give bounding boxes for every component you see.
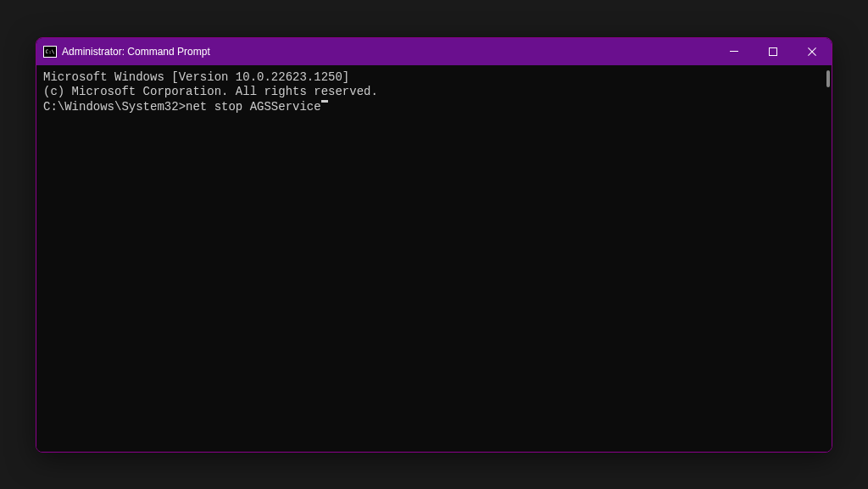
maximize-button[interactable] <box>754 38 793 65</box>
terminal-cursor <box>321 100 328 103</box>
terminal-prompt: C:\Windows\System32> <box>43 100 186 115</box>
terminal-command: net stop AGSService <box>186 100 321 115</box>
scrollbar-thumb[interactable] <box>826 70 830 87</box>
minimize-icon <box>730 51 738 52</box>
maximize-icon <box>769 47 777 56</box>
close-icon <box>807 47 817 57</box>
close-button[interactable] <box>793 38 832 65</box>
cmd-icon <box>43 46 57 58</box>
terminal-body[interactable]: Microsoft Windows [Version 10.0.22623.12… <box>36 65 832 452</box>
terminal-prompt-line: C:\Windows\System32>net stop AGSService <box>43 100 825 115</box>
command-prompt-window: Administrator: Command Prompt Microsoft … <box>36 37 832 453</box>
titlebar[interactable]: Administrator: Command Prompt <box>36 38 832 65</box>
window-controls <box>715 38 832 65</box>
titlebar-left: Administrator: Command Prompt <box>43 46 210 58</box>
window-title: Administrator: Command Prompt <box>62 46 210 58</box>
terminal-output-line: (c) Microsoft Corporation. All rights re… <box>43 85 825 100</box>
terminal-output-line: Microsoft Windows [Version 10.0.22623.12… <box>43 70 825 86</box>
minimize-button[interactable] <box>715 38 754 65</box>
